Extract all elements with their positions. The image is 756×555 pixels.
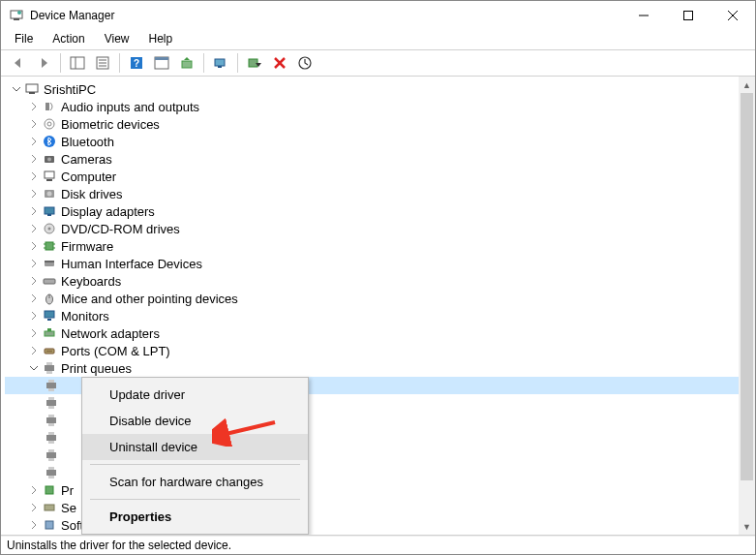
tree-category[interactable]: Computer (5, 168, 755, 185)
svg-rect-58 (45, 365, 54, 371)
tree-category-label: Disk drives (61, 187, 123, 201)
disable-device-icon[interactable] (243, 51, 266, 75)
vertical-scrollbar[interactable]: ▲ ▼ (739, 77, 755, 535)
chevron-right-icon[interactable] (26, 189, 42, 199)
category-icon (42, 134, 57, 149)
chevron-right-icon[interactable] (26, 293, 42, 303)
context-uninstall-device[interactable]: Uninstall device (82, 434, 308, 460)
tree-category[interactable]: Firmware (5, 237, 755, 255)
category-icon (42, 169, 57, 184)
chevron-right-icon[interactable] (26, 346, 42, 355)
svg-rect-74 (48, 449, 54, 452)
svg-rect-65 (48, 397, 54, 400)
chevron-right-icon[interactable] (26, 259, 42, 268)
svg-rect-75 (48, 458, 54, 461)
tree-root[interactable]: SrishtiPC (5, 80, 755, 98)
svg-rect-59 (46, 362, 52, 365)
chevron-right-icon[interactable] (26, 224, 42, 233)
tree-category[interactable]: Network adapters (5, 324, 755, 342)
chevron-right-icon[interactable] (26, 276, 42, 286)
tree-category[interactable]: Ports (COM & LPT) (5, 342, 755, 359)
scan-hardware-icon[interactable] (209, 51, 232, 75)
tree-root-label: SrishtiPC (44, 82, 96, 97)
tree-category[interactable]: Cameras (5, 150, 755, 168)
menu-help[interactable]: Help (139, 30, 183, 49)
tree-category[interactable]: Human Interface Devices (5, 255, 755, 272)
category-icon (42, 221, 57, 236)
category-icon (42, 517, 57, 533)
tree-category[interactable]: Audio inputs and outputs (5, 98, 755, 115)
tree-category-label: Se (61, 501, 76, 515)
category-icon (42, 500, 57, 515)
tree-category-label: Firmware (61, 239, 113, 254)
tree-category[interactable]: Display adapters (5, 202, 755, 220)
svg-rect-67 (46, 417, 56, 423)
tree-category-label: Display adapters (61, 204, 155, 219)
chevron-right-icon[interactable] (26, 311, 42, 321)
tree-category[interactable]: Monitors (5, 307, 755, 324)
chevron-right-icon[interactable] (26, 154, 42, 164)
chevron-right-icon[interactable] (26, 206, 42, 216)
svg-rect-69 (48, 423, 54, 426)
svg-rect-64 (46, 400, 56, 406)
svg-rect-63 (48, 388, 54, 391)
context-scan-hardware[interactable]: Scan for hardware changes (82, 469, 308, 495)
svg-rect-18 (215, 59, 225, 66)
svg-rect-1 (14, 18, 19, 20)
svg-point-35 (47, 192, 52, 197)
printer-icon (44, 430, 59, 446)
scan-changes-icon[interactable] (293, 51, 317, 75)
uninstall-device-icon[interactable] (268, 51, 291, 75)
menu-view[interactable]: View (95, 30, 139, 49)
category-icon (42, 238, 57, 254)
computer-icon (24, 81, 40, 97)
svg-rect-79 (45, 486, 53, 494)
svg-point-56 (48, 351, 50, 353)
tree-category-label: Computer (61, 170, 116, 184)
properties-icon[interactable] (91, 51, 114, 75)
scrollbar-thumb[interactable] (741, 93, 753, 480)
scroll-down-icon[interactable]: ▼ (739, 518, 755, 535)
tree-category[interactable]: Biometric devices (5, 115, 755, 133)
help-icon[interactable]: ? (125, 51, 148, 75)
action-icon[interactable] (150, 51, 173, 75)
chevron-right-icon[interactable] (26, 520, 42, 530)
chevron-right-icon[interactable] (26, 503, 42, 512)
chevron-right-icon[interactable] (26, 485, 42, 495)
context-update-driver[interactable]: Update driver (82, 382, 308, 408)
chevron-right-icon[interactable] (26, 171, 42, 181)
chevron-right-icon[interactable] (26, 102, 42, 111)
context-disable-device[interactable]: Disable device (82, 408, 308, 434)
tree-category[interactable]: Disk drives (5, 185, 755, 202)
update-driver-icon[interactable] (175, 51, 198, 75)
chevron-right-icon[interactable] (26, 328, 42, 338)
menu-action[interactable]: Action (43, 30, 94, 49)
status-text: Uninstalls the driver for the selected d… (7, 539, 231, 552)
tree-category[interactable]: Mice and other pointing devices (5, 290, 755, 307)
tree-category[interactable]: Print queues (5, 359, 755, 377)
category-icon (42, 256, 57, 271)
scroll-up-icon[interactable]: ▲ (739, 77, 755, 93)
chevron-down-icon[interactable] (9, 84, 24, 94)
tree-category[interactable]: Bluetooth (5, 133, 755, 150)
close-button[interactable] (711, 1, 755, 30)
chevron-right-icon[interactable] (26, 241, 42, 251)
svg-point-55 (46, 351, 48, 353)
tree-category[interactable]: DVD/CD-ROM drives (5, 220, 755, 237)
back-icon[interactable] (7, 51, 30, 75)
forward-icon[interactable] (32, 51, 55, 75)
show-hide-tree-icon[interactable] (66, 51, 89, 75)
svg-rect-81 (45, 521, 53, 529)
svg-rect-80 (45, 505, 54, 510)
tree-category-label: Print queues (61, 361, 132, 376)
chevron-right-icon[interactable] (26, 137, 42, 146)
toolbar-separator (119, 53, 120, 73)
maximize-button[interactable] (666, 1, 711, 30)
context-properties[interactable]: Properties (82, 504, 308, 530)
minimize-button[interactable] (621, 1, 666, 30)
chevron-right-icon[interactable] (26, 119, 42, 129)
chevron-down-icon[interactable] (26, 363, 42, 373)
tree-category[interactable]: Keyboards (5, 272, 755, 290)
menu-file[interactable]: File (5, 30, 43, 49)
tree-category-label: Audio inputs and outputs (61, 100, 199, 114)
